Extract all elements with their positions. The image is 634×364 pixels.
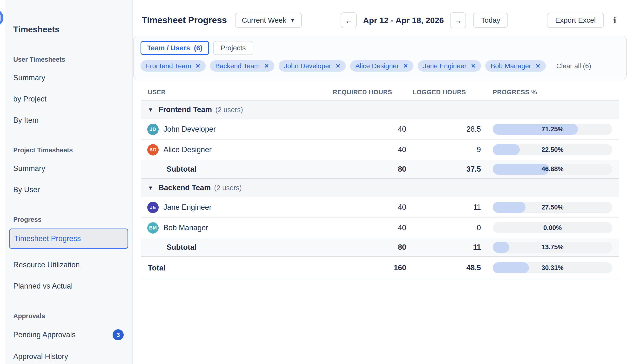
user-name: Jane Engineer bbox=[164, 203, 212, 212]
user-cell: ADAlice Designer bbox=[141, 144, 333, 156]
tab-count: (6) bbox=[194, 44, 202, 52]
column-header-logged-hours: LOGGED HOURS bbox=[406, 88, 481, 96]
user-cell: JDJohn Developer bbox=[141, 124, 333, 135]
collapse-triangle-icon[interactable]: ▼ bbox=[148, 106, 153, 113]
required-hours-value: 40 bbox=[333, 125, 406, 134]
filter-chip-jane-engineer[interactable]: Jane Engineer✕ bbox=[418, 60, 481, 72]
chip-label: Backend Team bbox=[215, 62, 260, 70]
arrow-left-icon: ← bbox=[345, 16, 353, 25]
sidebar-item-approval-history[interactable]: Approval History bbox=[13, 352, 127, 362]
clear-all-link[interactable]: Clear all (6) bbox=[556, 62, 591, 70]
sidebar-item-planned-vs-actual[interactable]: Planned vs Actual bbox=[13, 281, 127, 291]
group-name: Backend Team bbox=[158, 184, 211, 192]
sidebar-item-label: Pending Approvals bbox=[13, 330, 76, 340]
progress-bar: 30.31% bbox=[493, 262, 612, 273]
table-row-subtotal-subtotal: Subtotal8037.546.88% bbox=[141, 160, 619, 178]
table-header-row: USER REQUIRED HOURS LOGGED HOURS PROGRES… bbox=[141, 88, 619, 100]
filter-chip-frontend-team[interactable]: Frontend Team✕ bbox=[140, 60, 206, 72]
tab-team-users[interactable]: Team / Users(6) bbox=[140, 41, 209, 55]
progress-percent-label: 0.00% bbox=[493, 222, 612, 233]
chip-close-icon[interactable]: ✕ bbox=[403, 63, 408, 70]
sidebar-item-pending-approvals[interactable]: Pending Approvals3 bbox=[13, 329, 127, 340]
required-hours-value: 40 bbox=[333, 145, 406, 154]
filter-chip-alice-designer[interactable]: Alice Designer✕ bbox=[350, 60, 414, 72]
logged-hours-value: 28.5 bbox=[406, 125, 481, 134]
table-row-user-bob-manager[interactable]: BMBob Manager4000.00% bbox=[141, 218, 619, 238]
table-row-subtotal-subtotal: Subtotal801113.75% bbox=[141, 238, 619, 256]
filter-chip-john-developer[interactable]: John Developer✕ bbox=[279, 60, 346, 72]
next-week-button[interactable]: → bbox=[450, 12, 466, 28]
user-cell: JEJane Engineer bbox=[141, 202, 333, 213]
table-row-user-john-developer[interactable]: JDJohn Developer4028.571.25% bbox=[141, 119, 619, 139]
progress-bar: 22.50% bbox=[493, 144, 612, 155]
progress-bar: 0.00% bbox=[493, 222, 612, 233]
progress-cell: 71.25% bbox=[481, 124, 619, 135]
filter-chip-backend-team[interactable]: Backend Team✕ bbox=[210, 60, 274, 72]
logged-hours-value: 9 bbox=[406, 145, 481, 154]
chip-close-icon[interactable]: ✕ bbox=[536, 63, 540, 70]
column-header-required-hours: REQUIRED HOURS bbox=[333, 88, 406, 96]
subtotal-label: Subtotal bbox=[141, 243, 196, 252]
filter-chips: Frontend Team✕Backend Team✕John Develope… bbox=[140, 60, 620, 72]
table-row-user-alice-designer[interactable]: ADAlice Designer40922.50% bbox=[141, 139, 619, 160]
app-root: Timesheets User TimesheetsSummaryby Proj… bbox=[0, 0, 634, 364]
progress-cell: 22.50% bbox=[481, 144, 619, 155]
chevron-down-icon: ▼ bbox=[290, 17, 295, 23]
user-cell: Subtotal bbox=[141, 165, 333, 174]
user-cell: BMBob Manager bbox=[141, 222, 333, 234]
required-hours-value: 40 bbox=[333, 203, 406, 212]
filter-chip-bob-manager[interactable]: Bob Manager✕ bbox=[485, 60, 546, 72]
sidebar-item-by-item[interactable]: By Item bbox=[13, 115, 127, 125]
sidebar-item-timesheet-progress[interactable]: Timesheet Progress bbox=[9, 228, 128, 249]
sidebar-section-approvals: Approvals bbox=[13, 312, 127, 320]
user-name: Bob Manager bbox=[164, 224, 208, 232]
sidebar-title: Timesheets bbox=[5, 0, 132, 35]
chip-label: Jane Engineer bbox=[423, 62, 467, 70]
sidebar-section-project-timesheets: Project Timesheets bbox=[13, 146, 127, 154]
avatar: BM bbox=[147, 222, 158, 234]
group-name: Frontend Team bbox=[158, 105, 212, 114]
chip-close-icon[interactable]: ✕ bbox=[336, 63, 340, 70]
chip-close-icon[interactable]: ✕ bbox=[471, 63, 476, 70]
filter-panel: Team / Users(6)Projects Frontend Team✕Ba… bbox=[133, 36, 627, 79]
sidebar-item-by-project[interactable]: by Project bbox=[13, 94, 127, 104]
tab-label: Projects bbox=[220, 44, 246, 52]
export-excel-button[interactable]: Export Excel bbox=[547, 13, 604, 28]
progress-bar: 27.50% bbox=[493, 202, 612, 213]
logged-hours-value: 0 bbox=[406, 224, 481, 232]
table-row-group-frontend-team[interactable]: ▼Frontend Team(2 users) bbox=[141, 100, 619, 119]
main-content: Timesheet Progress Current Week ▼ ← Apr … bbox=[132, 0, 634, 364]
filter-tabs: Team / Users(6)Projects bbox=[140, 41, 620, 55]
chip-close-icon[interactable]: ✕ bbox=[196, 63, 200, 70]
sidebar-item-by-user[interactable]: By User bbox=[13, 185, 127, 195]
logged-hours-value: 37.5 bbox=[406, 165, 481, 174]
prev-week-button[interactable]: ← bbox=[341, 12, 357, 28]
sidebar-item-resource-utilization[interactable]: Resource Utilization bbox=[13, 260, 127, 270]
subtotal-label: Subtotal bbox=[141, 165, 196, 174]
progress-cell: 0.00% bbox=[481, 222, 619, 233]
group-user-count: (2 users) bbox=[214, 184, 242, 192]
required-hours-value: 160 bbox=[333, 264, 406, 272]
table-row-user-jane-engineer[interactable]: JEJane Engineer401127.50% bbox=[141, 197, 619, 218]
avatar: JD bbox=[147, 124, 158, 135]
collapse-triangle-icon[interactable]: ▼ bbox=[148, 185, 153, 191]
user-cell: ▼Backend Team(2 users) bbox=[141, 184, 333, 192]
user-name: Alice Designer bbox=[164, 145, 212, 154]
table-row-group-backend-team[interactable]: ▼Backend Team(2 users) bbox=[141, 178, 619, 197]
chip-close-icon[interactable]: ✕ bbox=[264, 63, 269, 70]
progress-cell: 27.50% bbox=[481, 202, 619, 213]
tab-projects[interactable]: Projects bbox=[213, 41, 253, 55]
sidebar-item-summary[interactable]: Summary bbox=[13, 73, 127, 83]
progress-percent-label: 71.25% bbox=[493, 124, 612, 135]
column-header-user: USER bbox=[141, 88, 333, 96]
app-logo-icon[interactable] bbox=[0, 9, 3, 26]
logged-hours-value: 11 bbox=[406, 203, 481, 212]
required-hours-value: 80 bbox=[333, 165, 406, 174]
sidebar-item-summary[interactable]: Summary bbox=[13, 164, 127, 174]
today-button[interactable]: Today bbox=[473, 13, 508, 28]
info-icon[interactable]: i bbox=[613, 15, 616, 25]
progress-table: USER REQUIRED HOURS LOGGED HOURS PROGRES… bbox=[141, 88, 619, 280]
required-hours-value: 80 bbox=[333, 243, 406, 252]
required-hours-value: 40 bbox=[333, 224, 406, 232]
period-dropdown[interactable]: Current Week ▼ bbox=[235, 13, 302, 28]
